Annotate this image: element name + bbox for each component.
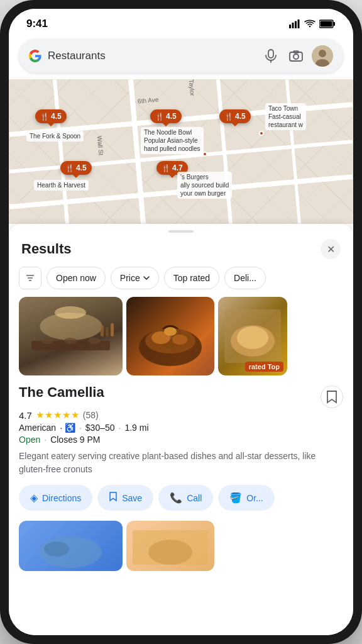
svg-rect-9 [290,52,302,61]
svg-point-18 [55,306,86,319]
svg-rect-1 [292,23,294,28]
distance: 1.9 mi [124,423,148,433]
svg-point-20 [41,338,53,344]
map-label-hearth: Hearth & Harvest [34,180,89,191]
phone-screen: 9:41 [9,9,353,635]
price-range: $30–50 [85,423,115,433]
pin-rating-5: 4.7 [172,164,183,172]
closing-time: Closes 9 PM [50,435,100,445]
restaurant-name-row: The Camellia [19,384,343,408]
signal-icon [289,19,300,28]
svg-point-29 [172,335,187,345]
results-title: Results [21,241,71,257]
svg-rect-3 [298,19,300,28]
star-3: ★ [53,409,62,421]
info-row: American · ♿ · $30–50 · 1.9 mi [19,423,343,433]
svg-rect-7 [268,50,273,58]
close-button[interactable]: ✕ [321,239,341,259]
star-2: ★ [45,409,53,421]
photo-card-food[interactable]: ▶ [126,297,214,375]
google-logo [29,50,41,62]
pin-rating-3: 4.5 [235,112,246,121]
svg-rect-23 [101,325,104,336]
svg-point-35 [44,541,69,557]
bottom-peek [9,521,353,584]
street-label-taylor: Taylor [188,79,196,96]
search-text: Restaurants [48,50,255,62]
filter-chip-top-rated[interactable]: Top rated [164,267,219,289]
filter-chip-price[interactable]: Price [111,267,159,289]
open-status: Open [19,435,40,445]
svg-rect-5 [334,22,336,26]
save-icon [109,491,118,504]
star-4: ★ [62,409,70,421]
user-avatar[interactable] [312,45,333,67]
fork-icon-2: 🍴 [155,113,164,121]
save-label: Save [122,493,142,503]
svg-point-33 [237,326,268,349]
photo-badge: rated Top [245,362,283,372]
call-label: Call [187,493,202,503]
results-header: Results ✕ [9,233,353,264]
svg-rect-25 [111,323,114,336]
svg-rect-24 [106,327,109,336]
results-panel: Results ✕ Open now Price [9,224,353,635]
svg-rect-0 [289,25,291,28]
food-photo: ▶ [126,297,214,375]
map-pin-fork-spoon[interactable]: 🍴 4.5 [35,109,67,123]
dot-separator-2: · [119,423,121,433]
fork-icon-5: 🍴 [162,164,170,172]
fork-icon: 🍴 [40,113,49,121]
status-time: 9:41 [26,18,48,30]
peek-photo-1[interactable] [19,521,123,571]
rating-number: 4.7 [19,410,32,421]
directions-button[interactable]: ◈ Directions [19,485,92,511]
peek-photo-2[interactable] [126,521,214,571]
filter-chip-open-now[interactable]: Open now [47,267,106,289]
directions-label: Directions [42,493,81,503]
microphone-button[interactable] [261,47,280,65]
dot-separator-3: · [44,435,47,445]
map-pin-taco-town[interactable]: 🍴 4.5 [219,109,251,123]
search-bar-container: Restaurants [9,35,353,79]
fork-icon-4: 🍴 [65,164,74,172]
svg-point-10 [293,54,299,59]
accessible-icon: · ♿ [60,423,75,433]
restaurant-name: The Camellia [19,384,104,401]
filter-icon-button[interactable] [19,267,41,289]
svg-point-30 [164,327,177,336]
action-buttons: ◈ Directions Save 📞 Call 🪣 [9,476,353,521]
search-bar[interactable]: Restaurants [19,39,343,73]
restaurant-interior-photo [19,297,123,375]
order-button[interactable]: 🪣 Or... [218,485,274,511]
filter-chip-delivery[interactable]: Deli... [224,267,266,289]
restaurant-info: The Camellia 4.7 ★ ★ ★ ★ ★ [9,384,353,476]
cuisine-type: American [19,423,56,433]
photo-card-third[interactable]: rated Top [218,297,287,375]
star-1: ★ [36,409,44,421]
wifi-icon [304,19,315,28]
review-count: (58) [83,410,99,420]
map-dot-1 [259,131,264,136]
pin-rating-1: 4.5 [51,112,62,121]
photo-card-interior[interactable] [19,297,123,375]
directions-icon: ◈ [30,492,38,504]
restaurant-description: Elegant eatery serving creative plant-ba… [19,450,343,476]
map-label-noodle: The Noodle BowlPopular Asian-stylehand p… [141,127,204,154]
pin-rating-4: 4.5 [76,164,87,172]
battery-icon [319,19,336,28]
map-area[interactable]: 6th Ave Wall St Taylor 🍴 4.5 🍴 4.5 🍴 4.5… [9,79,353,224]
star-5: ★ [71,409,79,421]
save-button[interactable]: Save [97,485,153,511]
map-pin-hearth[interactable]: 🍴 4.5 [60,161,92,175]
bookmark-button[interactable] [321,386,343,408]
camera-button[interactable] [287,47,305,65]
svg-point-22 [88,338,101,344]
hours-row: Open · Closes 9 PM [19,435,343,445]
pin-rating-2: 4.5 [166,112,177,121]
rating-row: 4.7 ★ ★ ★ ★ ★ (58) [19,409,343,421]
call-button[interactable]: 📞 Call [158,485,213,511]
phone-frame: 9:41 [0,0,362,644]
map-pin-noodle-bowl[interactable]: 🍴 4.5 [150,109,182,123]
filter-row: Open now Price Top rated Deli... [9,264,353,297]
